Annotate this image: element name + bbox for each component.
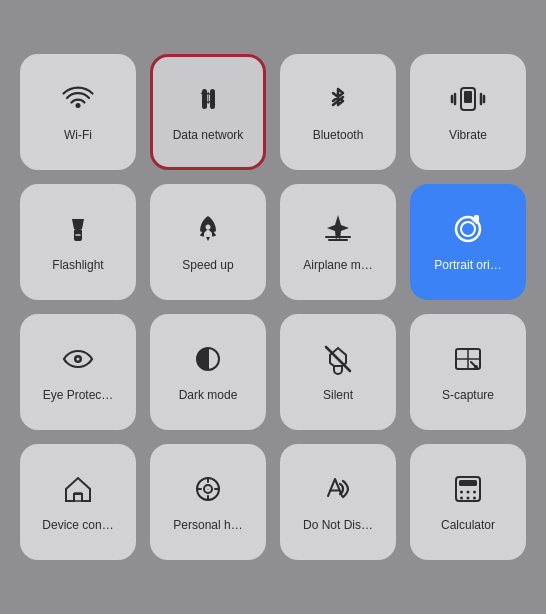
tile-do-not-dis[interactable]: Do Not Dis… (280, 444, 396, 560)
tile-calculator[interactable]: Calculator (410, 444, 526, 560)
tile-data-network[interactable]: ↕ Data network (150, 54, 266, 170)
tile-flashlight[interactable]: Flashlight (20, 184, 136, 300)
svg-point-34 (473, 497, 476, 500)
svg-point-32 (460, 497, 463, 500)
personal-h-icon (190, 471, 226, 512)
s-capture-icon (450, 341, 486, 382)
wifi-icon (60, 81, 96, 122)
svg-text:↕: ↕ (203, 85, 213, 107)
tile-personal-h[interactable]: Personal h… (150, 444, 266, 560)
tile-dark-mode[interactable]: Dark mode (150, 314, 266, 430)
data-network-icon: ↕ (190, 81, 226, 122)
speed-up-label: Speed up (182, 258, 233, 272)
tile-portrait[interactable]: Portrait ori… (410, 184, 526, 300)
svg-point-16 (77, 358, 80, 361)
flashlight-label: Flashlight (52, 258, 103, 272)
device-con-icon (60, 471, 96, 512)
airplane-label: Airplane m… (303, 258, 372, 272)
vibrate-icon (450, 81, 486, 122)
device-con-label: Device con… (42, 518, 113, 532)
data-network-label: Data network (173, 128, 244, 142)
tile-speed-up[interactable]: Speed up (150, 184, 266, 300)
personal-h-label: Personal h… (173, 518, 242, 532)
calculator-icon (450, 471, 486, 512)
bluetooth-label: Bluetooth (313, 128, 364, 142)
tile-s-capture[interactable]: S-capture (410, 314, 526, 430)
do-not-dis-label: Do Not Dis… (303, 518, 373, 532)
svg-point-33 (467, 497, 470, 500)
svg-rect-28 (459, 480, 477, 486)
vibrate-label: Vibrate (449, 128, 487, 142)
s-capture-label: S-capture (442, 388, 494, 402)
svg-point-29 (460, 491, 463, 494)
bluetooth-icon (320, 81, 356, 122)
tile-bluetooth[interactable]: Bluetooth (280, 54, 396, 170)
dark-mode-label: Dark mode (179, 388, 238, 402)
tile-eye-protect[interactable]: Eye Protec… (20, 314, 136, 430)
do-not-dis-icon (320, 471, 356, 512)
tile-silent[interactable]: Silent (280, 314, 396, 430)
tile-device-con[interactable]: Device con… (20, 444, 136, 560)
wifi-label: Wi-Fi (64, 128, 92, 142)
eye-protect-icon (60, 341, 96, 382)
calculator-label: Calculator (441, 518, 495, 532)
svg-rect-5 (464, 91, 472, 103)
tile-wifi[interactable]: Wi-Fi (20, 54, 136, 170)
silent-label: Silent (323, 388, 353, 402)
speed-up-icon (190, 211, 226, 252)
svg-point-22 (474, 365, 478, 369)
portrait-label: Portrait ori… (434, 258, 501, 272)
eye-protect-label: Eye Protec… (43, 388, 114, 402)
tile-airplane[interactable]: Airplane m… (280, 184, 396, 300)
svg-point-26 (208, 489, 209, 490)
svg-point-31 (473, 491, 476, 494)
dark-mode-icon (190, 341, 226, 382)
silent-icon (320, 341, 356, 382)
portrait-icon (450, 211, 486, 252)
svg-point-13 (461, 222, 475, 236)
tile-vibrate[interactable]: Vibrate (410, 54, 526, 170)
flashlight-icon (60, 211, 96, 252)
svg-point-30 (467, 491, 470, 494)
svg-point-11 (206, 225, 211, 230)
airplane-icon (320, 211, 356, 252)
control-center-grid: Wi-Fi ↕ Data network Bluetooth Vibrate (0, 34, 546, 580)
